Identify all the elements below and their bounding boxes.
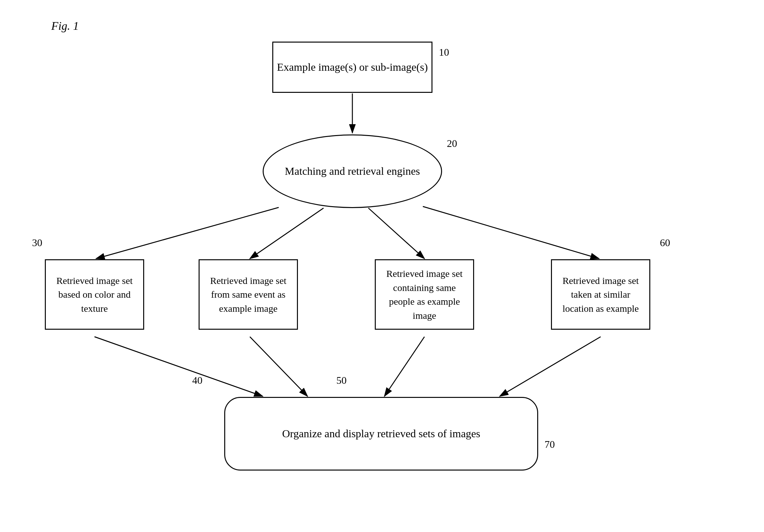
middle-ellipse-text: Matching and retrieval engines bbox=[285, 164, 420, 179]
retrieval-box-2: Retrieved image set from same event as e… bbox=[199, 259, 298, 330]
label-10: 10 bbox=[439, 47, 449, 58]
svg-line-4 bbox=[368, 208, 425, 259]
svg-line-6 bbox=[95, 337, 263, 396]
svg-line-7 bbox=[250, 337, 307, 396]
svg-line-9 bbox=[500, 337, 601, 396]
label-30: 30 bbox=[32, 237, 42, 249]
retrieval-box-4-text: Retrieved image set taken at similar loc… bbox=[557, 274, 644, 316]
top-box-text: Example image(s) or sub-image(s) bbox=[277, 60, 428, 75]
bottom-ellipse: Organize and display retrieved sets of i… bbox=[224, 397, 538, 470]
svg-line-3 bbox=[250, 208, 323, 259]
svg-line-2 bbox=[96, 207, 279, 259]
svg-line-8 bbox=[384, 337, 425, 396]
middle-ellipse: Matching and retrieval engines bbox=[263, 134, 442, 208]
label-40: 40 bbox=[192, 374, 202, 386]
retrieval-box-1-text: Retrieved image set based on color and t… bbox=[51, 274, 138, 316]
bottom-ellipse-text: Organize and display retrieved sets of i… bbox=[282, 426, 480, 442]
label-50: 50 bbox=[336, 374, 347, 386]
label-20: 20 bbox=[447, 138, 457, 150]
retrieval-box-4: Retrieved image set taken at similar loc… bbox=[551, 259, 650, 330]
fig-label: Fig. 1 bbox=[51, 19, 79, 33]
label-60: 60 bbox=[660, 237, 670, 249]
label-70: 70 bbox=[545, 439, 555, 451]
retrieval-box-2-text: Retrieved image set from same event as e… bbox=[205, 274, 292, 316]
retrieval-box-3-text: Retrieved image set containing same peop… bbox=[381, 267, 468, 322]
top-box: Example image(s) or sub-image(s) bbox=[272, 42, 433, 93]
retrieval-box-1: Retrieved image set based on color and t… bbox=[45, 259, 144, 330]
retrieval-box-3: Retrieved image set containing same peop… bbox=[375, 259, 474, 330]
svg-line-5 bbox=[423, 206, 599, 259]
